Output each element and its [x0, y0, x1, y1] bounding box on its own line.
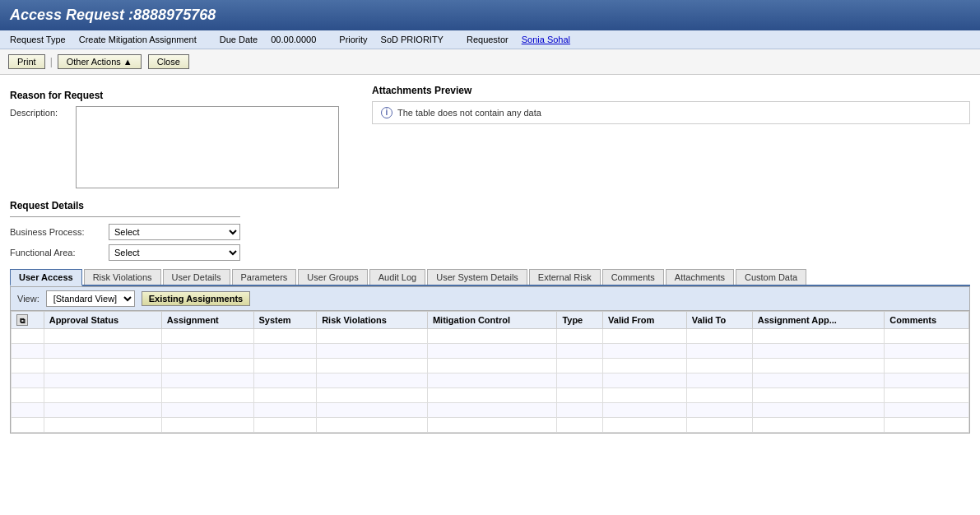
cell-0-assignment [161, 329, 253, 344]
cell-4-approval-status [44, 388, 161, 403]
cell-4-mitigation-control [427, 388, 556, 403]
cell-1-copy [12, 344, 44, 359]
table-area: View: [Standard View] Existing Assignmen… [10, 286, 970, 434]
description-textarea[interactable] [76, 106, 339, 188]
view-select[interactable]: [Standard View] [46, 290, 135, 307]
cell-3-valid-from [603, 373, 687, 388]
cell-3-mitigation-control [427, 373, 556, 388]
col-header-comments: Comments [885, 312, 969, 329]
right-panel: Attachments Preview i The table does not… [372, 83, 970, 192]
cell-2-type [557, 359, 603, 373]
cell-3-assignment-app [752, 373, 884, 388]
cell-2-mitigation-control [427, 359, 556, 373]
business-process-select[interactable]: Select [109, 224, 240, 240]
cell-3-copy [12, 373, 44, 388]
reason-section-title: Reason for Request [10, 90, 355, 101]
cell-0-copy [12, 329, 44, 344]
tab-user-details[interactable]: User Details [163, 269, 230, 285]
other-actions-button[interactable]: Other Actions ▲ [58, 54, 142, 69]
tab-user-system-details[interactable]: User System Details [427, 269, 527, 285]
cell-2-valid-from [603, 359, 687, 373]
requestor-label: Requestor [467, 35, 509, 44]
cell-5-comments [885, 403, 969, 418]
cell-2-copy [12, 359, 44, 373]
cell-2-comments [885, 359, 969, 373]
attachments-empty-box: i The table does not contain any data [372, 101, 970, 124]
functional-area-select[interactable]: Select [109, 244, 240, 261]
functional-area-label: Functional Area: [10, 248, 109, 258]
col-header-approval-status: Approval Status [44, 312, 161, 329]
attachments-section: Attachments Preview i The table does not… [372, 85, 970, 124]
info-icon: i [381, 107, 392, 118]
col-header-valid-to: Valid To [686, 312, 752, 329]
tab-attachments[interactable]: Attachments [666, 269, 734, 285]
cell-5-assignment-app [752, 403, 884, 418]
tab-custom-data[interactable]: Custom Data [736, 269, 806, 285]
cell-3-valid-to [686, 373, 752, 388]
existing-assignments-button[interactable]: Existing Assignments [142, 291, 251, 306]
table-row [12, 329, 969, 344]
view-label: View: [17, 294, 39, 304]
page-header: Access Request :8888975768 [0, 0, 980, 30]
cell-5-approval-status [44, 403, 161, 418]
print-button[interactable]: Print [8, 54, 45, 69]
cell-2-assignment-app [752, 359, 884, 373]
cell-1-assignment [161, 344, 253, 359]
business-process-row: Business Process: Select [10, 224, 970, 240]
cell-2-risk-violations [317, 359, 428, 373]
business-process-label: Business Process: [10, 227, 109, 237]
cell-1-approval-status [44, 344, 161, 359]
table-row [12, 388, 969, 403]
due-date-value: 00.00.0000 [271, 35, 316, 44]
requestor-link[interactable]: Sonia Sohal [522, 35, 570, 44]
cell-1-comments [885, 344, 969, 359]
tab-parameters[interactable]: Parameters [232, 269, 297, 285]
tab-audit-log[interactable]: Audit Log [369, 269, 425, 285]
cell-4-type [557, 388, 603, 403]
copy-icon: ⧉ [16, 314, 28, 326]
cell-2-system [253, 359, 317, 373]
cell-1-valid-from [603, 344, 687, 359]
cell-6-assignment [161, 418, 253, 433]
tab-risk-violations[interactable]: Risk Violations [84, 269, 161, 285]
cell-4-assignment [161, 388, 253, 403]
cell-5-mitigation-control [427, 403, 556, 418]
tab-comments[interactable]: Comments [602, 269, 664, 285]
attachments-title: Attachments Preview [372, 85, 970, 96]
cell-6-system [253, 418, 317, 433]
cell-1-mitigation-control [427, 344, 556, 359]
cell-6-copy [12, 418, 44, 433]
cell-3-system [253, 373, 317, 388]
left-panel: Reason for Request Description: [10, 83, 355, 192]
cell-0-type [557, 329, 603, 344]
tab-external-risk[interactable]: External Risk [529, 269, 601, 285]
cell-4-valid-from [603, 388, 687, 403]
tab-user-groups[interactable]: User Groups [298, 269, 367, 285]
cell-4-assignment-app [752, 388, 884, 403]
cell-2-valid-to [686, 359, 752, 373]
col-header-valid-from: Valid From [603, 312, 687, 329]
cell-6-mitigation-control [427, 418, 556, 433]
table-row [12, 359, 969, 373]
cell-5-valid-to [686, 403, 752, 418]
tabs-row: User AccessRisk ViolationsUser DetailsPa… [10, 269, 970, 285]
cell-4-risk-violations [317, 388, 428, 403]
functional-area-row: Functional Area: Select [10, 244, 970, 261]
cell-5-risk-violations [317, 403, 428, 418]
cell-0-risk-violations [317, 329, 428, 344]
top-layout: Reason for Request Description: Attachme… [10, 83, 970, 192]
table-row [12, 418, 969, 433]
cell-1-risk-violations [317, 344, 428, 359]
priority-value: SoD PRIORITY [381, 35, 444, 44]
tab-user-access[interactable]: User Access [10, 269, 82, 286]
cell-1-system [253, 344, 317, 359]
table-row [12, 403, 969, 418]
close-button[interactable]: Close [148, 54, 189, 69]
cell-4-copy [12, 388, 44, 403]
cell-6-valid-from [603, 418, 687, 433]
priority-label: Priority [339, 35, 367, 44]
info-bar: Request Type Create Mitigation Assignmen… [0, 30, 980, 49]
data-table: ⧉Approval StatusAssignmentSystemRisk Vio… [11, 311, 969, 433]
cell-3-assignment [161, 373, 253, 388]
cell-6-type [557, 418, 603, 433]
